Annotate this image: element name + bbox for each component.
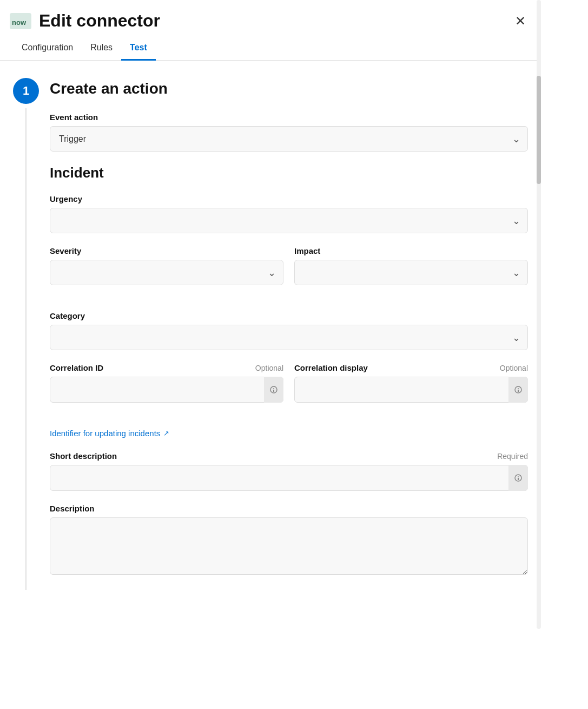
category-group: Category Software Hardware Network ⌄: [50, 311, 528, 350]
external-link-icon: ↗: [163, 429, 169, 437]
form-content: Create an action Event action Trigger Re…: [50, 78, 528, 590]
scrollbar[interactable]: [537, 0, 541, 629]
impact-select-wrapper: 1 - High 2 - Medium 3 - Low ⌄: [294, 260, 528, 285]
severity-impact-row: Severity 1 - High 2 - Medium 3 - Low ⌄: [50, 246, 528, 298]
identifier-link-row: Identifier for updating incidents ↗: [50, 429, 528, 438]
correlation-id-input[interactable]: [50, 377, 283, 403]
impact-label-row: Impact: [294, 246, 528, 255]
description-label-row: Description: [50, 504, 528, 513]
short-description-hint: Required: [497, 452, 528, 461]
urgency-group: Urgency 1 - High 2 - Medium 3 - Low ⌄: [50, 194, 528, 233]
step-indicator: 1: [13, 78, 39, 590]
page-title: Edit connector: [39, 11, 160, 31]
short-description-group: Short description Required: [50, 451, 528, 491]
tab-test[interactable]: Test: [121, 36, 156, 61]
svg-point-9: [518, 476, 519, 477]
section-title: Create an action: [50, 80, 528, 97]
correlation-display-hint: Optional: [500, 364, 528, 372]
correlation-display-input[interactable]: [294, 377, 528, 403]
scrollbar-thumb: [537, 76, 541, 184]
severity-label-row: Severity: [50, 246, 283, 255]
urgency-select-wrapper: 1 - High 2 - Medium 3 - Low ⌄: [50, 208, 528, 233]
incident-title: Incident: [50, 165, 528, 181]
event-action-group: Event action Trigger Resolved No action …: [50, 113, 528, 152]
impact-label: Impact: [294, 246, 320, 255]
urgency-select[interactable]: 1 - High 2 - Medium 3 - Low: [50, 208, 528, 233]
svg-text:now: now: [12, 18, 27, 27]
modal-header: now Edit connector ✕: [0, 0, 541, 36]
correlation-id-label: Correlation ID: [50, 363, 103, 372]
modal-container: now Edit connector ✕ Configuration Rules…: [0, 0, 541, 629]
correlation-id-wrapper: [50, 377, 283, 403]
svg-point-3: [273, 388, 274, 389]
correlation-id-label-row: Correlation ID Optional: [50, 363, 283, 372]
category-select[interactable]: Software Hardware Network: [50, 325, 528, 350]
main-content: 1 Create an action Event action Trigger …: [0, 61, 541, 607]
correlation-id-icon: [264, 377, 283, 403]
close-icon: ✕: [515, 14, 526, 28]
correlation-display-label-row: Correlation display Optional: [294, 363, 528, 372]
correlation-display-group: Correlation display Optional: [294, 363, 528, 403]
impact-select[interactable]: 1 - High 2 - Medium 3 - Low: [294, 260, 528, 285]
category-label-row: Category: [50, 311, 528, 320]
correlation-display-icon: [508, 377, 528, 403]
svg-rect-4: [273, 390, 274, 392]
short-description-label-row: Short description Required: [50, 451, 528, 461]
event-action-label: Event action: [50, 113, 98, 122]
description-label: Description: [50, 504, 95, 513]
urgency-label-row: Urgency: [50, 194, 528, 203]
correlation-id-hint: Optional: [255, 364, 283, 372]
category-label: Category: [50, 311, 85, 320]
correlation-id-group: Correlation ID Optional: [50, 363, 283, 403]
now-logo: now: [9, 12, 32, 30]
impact-group: Impact 1 - High 2 - Medium 3 - Low ⌄: [294, 246, 528, 285]
severity-select-wrapper: 1 - High 2 - Medium 3 - Low ⌄: [50, 260, 283, 285]
severity-group: Severity 1 - High 2 - Medium 3 - Low ⌄: [50, 246, 283, 285]
identifier-link[interactable]: Identifier for updating incidents ↗: [50, 429, 169, 438]
correlation-display-wrapper: [294, 377, 528, 403]
event-action-label-row: Event action: [50, 113, 528, 122]
event-action-select[interactable]: Trigger Resolved No action: [50, 126, 528, 152]
svg-point-6: [518, 388, 519, 389]
severity-label: Severity: [50, 246, 81, 255]
event-action-select-wrapper: Trigger Resolved No action ⌄: [50, 126, 528, 152]
description-group: Description: [50, 504, 528, 577]
tab-rules[interactable]: Rules: [82, 36, 121, 61]
short-description-input[interactable]: [50, 465, 528, 491]
header-left: now Edit connector: [9, 11, 160, 31]
identifier-link-text: Identifier for updating incidents: [50, 429, 160, 438]
urgency-label: Urgency: [50, 194, 82, 203]
description-textarea[interactable]: [50, 517, 528, 575]
tabs-container: Configuration Rules Test: [0, 36, 541, 61]
short-description-icon: [508, 465, 528, 491]
step-line: [25, 108, 27, 590]
short-description-wrapper: [50, 465, 528, 491]
close-button[interactable]: ✕: [513, 12, 528, 30]
step-circle: 1: [13, 78, 39, 104]
svg-rect-10: [518, 478, 519, 480]
correlation-row: Correlation ID Optional: [50, 363, 528, 416]
severity-select[interactable]: 1 - High 2 - Medium 3 - Low: [50, 260, 283, 285]
correlation-display-label: Correlation display: [294, 363, 368, 372]
svg-rect-7: [518, 390, 519, 392]
tab-configuration[interactable]: Configuration: [13, 36, 82, 61]
short-description-label: Short description: [50, 451, 117, 461]
category-select-wrapper: Software Hardware Network ⌄: [50, 325, 528, 350]
